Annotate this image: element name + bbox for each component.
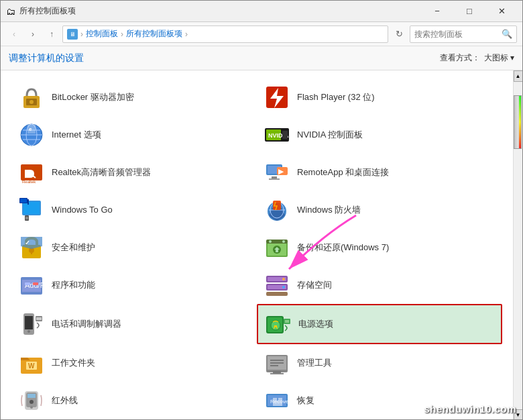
- list-item[interactable]: ✓ 安全和维护: [11, 229, 257, 266]
- breadcrumb-sep-1: ›: [80, 30, 83, 39]
- svg-text:e: e: [29, 126, 32, 132]
- windowstogo-label: Windows To Go: [52, 205, 113, 216]
- items-grid: BitLocker 驱动器加密 Flash Player (32 位): [11, 78, 502, 420]
- maximize-button[interactable]: □: [454, 1, 485, 22]
- window-title: 所有控制面板项: [19, 5, 76, 17]
- scroll-up-button[interactable]: ▲: [514, 70, 523, 82]
- internet-label: Internet 选项: [52, 129, 101, 141]
- list-item[interactable]: W 工作文件夹: [11, 344, 257, 382]
- bitlocker-label: BitLocker 驱动器加密: [52, 92, 134, 103]
- scroll-thumb[interactable]: [514, 95, 522, 149]
- svg-text:W: W: [28, 362, 35, 370]
- list-item[interactable]: 电话和调制解调器: [11, 304, 257, 344]
- close-button[interactable]: ✕: [486, 1, 517, 22]
- svg-rect-76: [273, 371, 281, 373]
- list-item[interactable]: Windows 防火墙: [257, 191, 502, 229]
- infrared-label: 红外线: [52, 395, 78, 407]
- internet-icon: e: [18, 121, 45, 148]
- refresh-button[interactable]: ↻: [391, 26, 407, 42]
- list-item[interactable]: Add/Remove 程序和功能: [11, 266, 257, 304]
- svg-rect-77: [270, 373, 284, 374]
- firewall-label: Windows 防火墙: [297, 205, 361, 216]
- svg-point-44: [269, 240, 272, 243]
- list-item[interactable]: NVIDIA NVIDIA 控制面板: [257, 116, 502, 154]
- breadcrumb-home-link[interactable]: 控制面板: [86, 28, 118, 40]
- view-mode-button[interactable]: 大图标 ▾: [484, 52, 514, 64]
- svg-rect-37: [31, 250, 32, 254]
- breadcrumb-sep-3: ›: [185, 30, 188, 39]
- recovery-icon: Recovery: [264, 387, 290, 414]
- svg-rect-27: [20, 199, 27, 203]
- workfolder-label: 工作文件夹: [52, 358, 95, 369]
- backup-label: 备份和还原(Windows 7): [297, 242, 389, 254]
- svg-point-82: [30, 406, 33, 409]
- svg-point-45: [282, 240, 285, 243]
- list-item[interactable]: ▶ RemoteApp 和桌面连接: [257, 154, 502, 191]
- content-area: BitLocker 驱动器加密 Flash Player (32 位): [1, 70, 513, 420]
- programs-icon: Add/Remove: [18, 272, 45, 299]
- title-bar: 🗂 所有控制面板项 − □ ✕: [1, 1, 522, 22]
- workfolder-icon: W: [18, 350, 45, 376]
- infrared-icon: [18, 387, 45, 414]
- back-button[interactable]: ‹: [6, 26, 22, 42]
- phone-label: 电话和调制解调器: [52, 319, 121, 330]
- remoteapp-icon: ▶: [264, 159, 290, 186]
- managetool-icon: [264, 350, 290, 376]
- list-item[interactable]: 电源选项: [257, 304, 502, 344]
- breadcrumb-sep-2: ›: [121, 30, 123, 39]
- svg-rect-67: [285, 320, 289, 323]
- search-bar: 🔍: [410, 25, 517, 43]
- list-item[interactable]: 管理工具: [257, 344, 502, 382]
- svg-point-2: [30, 100, 34, 104]
- svg-text:Recovery: Recovery: [270, 399, 290, 405]
- up-button[interactable]: ↑: [44, 26, 60, 42]
- list-item[interactable]: Realtek Realtek高清晰音频管理器: [11, 154, 257, 191]
- address-bar: ‹ › ↑ 🖥 › 控制面板 › 所有控制面板项 › ↻ 🔍: [1, 22, 522, 46]
- window: 🗂 所有控制面板项 − □ ✕ ‹ › ↑ 🖥 › 控制面板 › 所有控制面板项…: [0, 0, 523, 420]
- windowstogo-icon: [18, 197, 45, 223]
- bitlocker-icon: [18, 84, 45, 111]
- main-container: BitLocker 驱动器加密 Flash Player (32 位): [1, 70, 522, 420]
- backup-icon: [264, 234, 290, 261]
- forward-button[interactable]: ›: [25, 26, 41, 42]
- svg-rect-50: [33, 282, 38, 285]
- managetool-label: 管理工具: [297, 358, 332, 369]
- toolbar-title: 调整计算机的设置: [9, 52, 84, 64]
- flash-label: Flash Player (32 位): [297, 92, 375, 103]
- window-icon: 🗂: [6, 6, 15, 17]
- svg-text:✓: ✓: [25, 240, 30, 246]
- list-item[interactable]: 红外线: [11, 382, 257, 419]
- view-label: 查看方式：: [440, 52, 480, 64]
- list-item[interactable]: Windows To Go: [11, 191, 257, 229]
- list-item[interactable]: e Internet 选项: [11, 116, 257, 154]
- watermark: shenduwin10.com: [424, 403, 516, 415]
- search-icon: 🔍: [502, 29, 512, 39]
- svg-rect-57: [266, 292, 288, 296]
- list-item[interactable]: 存储空间: [257, 266, 502, 304]
- svg-point-53: [282, 278, 285, 280]
- remoteapp-label: RemoteApp 和桌面连接: [297, 167, 389, 178]
- svg-rect-25: [23, 202, 40, 214]
- list-item[interactable]: BitLocker 驱动器加密: [11, 78, 257, 116]
- security-label: 安全和维护: [52, 242, 95, 254]
- power-label: 电源选项: [298, 319, 333, 330]
- scrollbar[interactable]: ▲ ▼: [513, 70, 522, 420]
- storage-label: 存储空间: [297, 280, 332, 291]
- svg-text:▶: ▶: [278, 168, 284, 175]
- svg-rect-30: [25, 217, 28, 219]
- search-input[interactable]: [414, 30, 499, 39]
- breadcrumb-home-icon: 🖥: [67, 29, 78, 40]
- list-item[interactable]: 备份和还原(Windows 7): [257, 229, 502, 266]
- svg-rect-21: [269, 178, 280, 180]
- list-item[interactable]: Flash Player (32 位): [257, 78, 502, 116]
- phone-icon: [18, 311, 45, 337]
- security-icon: ✓: [18, 234, 45, 261]
- svg-point-60: [27, 330, 30, 333]
- svg-text:Realtek: Realtek: [22, 180, 36, 184]
- minimize-button[interactable]: −: [422, 1, 453, 22]
- toolbar: 调整计算机的设置 查看方式： 大图标 ▾: [1, 46, 522, 70]
- svg-rect-15: [282, 131, 288, 139]
- breadcrumb-current-link[interactable]: 所有控制面板项: [126, 28, 182, 40]
- power-icon: [265, 311, 292, 337]
- nvidia-icon: NVIDIA: [264, 121, 290, 148]
